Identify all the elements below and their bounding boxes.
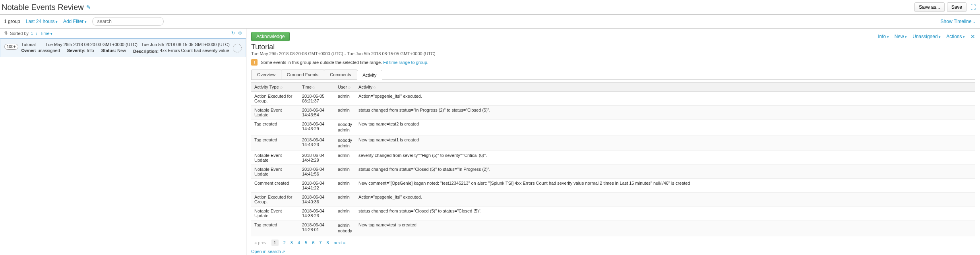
info-dropdown[interactable]: Info [878,34,889,39]
warning-box: ! Some events in this group are outside … [251,59,975,66]
detail-time-range: Tue May 29th 2018 08:20:03 GMT+0000 (UTC… [251,51,975,56]
actions-dropdown[interactable]: Actions [946,34,965,39]
cell: 2018-06-04 14:40:36 [299,193,335,207]
cell: New comment="[OpsGenie] kagan noted: "te… [355,179,975,193]
cell: 2018-06-04 14:43:54 [299,106,335,120]
chevron-down-icon: ⌄ [973,20,976,24]
warning-text: Some events in this group are outside th… [261,60,382,65]
event-time-range: Tue May 29th 2018 08:20:03 GMT+0000 (UTC… [45,42,230,47]
tab-overview[interactable]: Overview [251,70,281,79]
filter-bar: 1 group Last 24 hours Add Filter Show Ti… [0,15,980,29]
cell: New tag name=test is created [355,220,975,236]
cell: Action="opsgenie_itsi" executed. [355,193,975,207]
table-row: Comment created2018-06-04 14:41:22adminN… [251,179,975,193]
table-row: Tag created2018-06-04 14:43:23nobodyadmi… [251,135,975,151]
acknowledge-button[interactable]: Acknowledge [251,32,290,41]
cell: admin [335,179,355,193]
cell: 2018-06-04 14:42:29 [299,151,335,165]
severity-label: Severity: [67,48,85,53]
sort-controls: ⇅ Sorted by 1 ↓ Time [4,31,52,36]
assignee-placeholder-icon[interactable] [233,44,242,52]
save-as-button[interactable]: Save as... [914,2,944,12]
group-count: 1 group [4,19,20,24]
detail-actions: Info New Unassigned Actions ✕ [878,33,975,40]
tab-comments[interactable]: Comments [324,70,357,79]
table-row: Notable Event Update2018-06-04 14:38:23a… [251,207,975,220]
activity-table: Activity Type◇Time◇User◇Activity◇ Action… [251,82,975,236]
cell: 2018-06-05 08:21:37 [299,92,335,106]
cell: adminnobody [335,220,355,236]
sort-direction-icon[interactable]: ↓ [35,31,38,36]
sort-field[interactable]: Time [40,31,53,36]
status-label: Status: [101,48,116,53]
cell: 2018-06-04 14:43:29 [299,120,335,135]
table-row: Notable Event Update2018-06-04 14:43:54a… [251,106,975,120]
refresh-icon[interactable]: ↻ [231,31,235,36]
cell: Tag created [251,120,299,135]
pagination-page-7[interactable]: 7 [319,240,322,245]
tab-grouped-events[interactable]: Grouped Events [281,70,325,79]
filter-right: Show Timeline ⌄ [941,19,976,24]
pagination-page-6[interactable]: 6 [312,240,314,245]
column-header-user[interactable]: User◇ [335,83,355,92]
external-link-icon: ⇗ [282,249,285,254]
owner-dropdown[interactable]: Unassigned [912,34,941,39]
cell: 2018-06-04 14:43:23 [299,135,335,151]
fit-time-range-link[interactable]: Fit time range to group. [383,60,428,65]
cell: admin [335,151,355,165]
tab-activity[interactable]: Activity [357,70,383,80]
expand-icon[interactable]: ⛶ [970,4,976,10]
cell: admin [335,106,355,120]
cell: 2018-06-04 14:41:56 [299,165,335,179]
pagination-next[interactable]: next » [334,240,346,245]
table-row: Tag created2018-06-04 14:43:29nobodyadmi… [251,120,975,135]
show-timeline-link[interactable]: Show Timeline ⌄ [941,19,976,24]
sort-actions: ↻ ⚙ [231,31,242,36]
cell: New tag name=test2 is created [355,120,975,135]
detail-title: Tutorial [251,43,975,51]
page-header: Notable Events Review ✎ Save as... Save … [0,0,980,15]
search-input[interactable] [92,17,164,26]
main-columns: ⇅ Sorted by 1 ↓ Time ↻ ⚙ 100+ Tutorial T… [0,29,980,255]
add-filter-dropdown[interactable]: Add Filter [63,19,87,24]
time-range-picker[interactable]: Last 24 hours [26,19,58,24]
event-header-row: Tutorial Tue May 29th 2018 08:20:03 GMT+… [21,42,230,47]
cell: Notable Event Update [251,165,299,179]
pagination-page-1[interactable]: 1 [271,240,279,246]
owner-label: Owner: [21,48,37,53]
event-title: Tutorial [21,42,36,47]
cell: Tag created [251,135,299,151]
cell: admin [335,193,355,207]
detail-header: Acknowledge Info New Unassigned Actions … [251,32,975,41]
edit-icon[interactable]: ✎ [86,4,91,10]
table-row: Action Executed for Group.2018-06-04 14:… [251,193,975,207]
cell: Action Executed for Group. [251,193,299,207]
cell: Notable Event Update [251,106,299,120]
sort-icon[interactable]: ⇅ [4,31,8,36]
pagination-page-3[interactable]: 3 [291,240,293,245]
column-header-time[interactable]: Time◇ [299,83,335,92]
cell: Notable Event Update [251,207,299,220]
close-icon[interactable]: ✕ [970,33,975,40]
sort-bar: ⇅ Sorted by 1 ↓ Time ↻ ⚙ [0,29,246,38]
cell: 2018-06-04 14:28:01 [299,220,335,236]
pagination-page-4[interactable]: 4 [298,240,300,245]
event-card[interactable]: 100+ Tutorial Tue May 29th 2018 08:20:03… [0,38,246,57]
pagination-page-5[interactable]: 5 [305,240,307,245]
pagination-page-8[interactable]: 8 [326,240,329,245]
pagination-prev[interactable]: « prev [254,240,267,245]
cell: nobodyadmin [335,120,355,135]
column-header-activity-type[interactable]: Activity Type◇ [251,83,299,92]
status-dropdown[interactable]: New [895,34,907,39]
column-header-activity[interactable]: Activity◇ [355,83,975,92]
open-in-search-link[interactable]: Open in search⇗ [251,249,285,254]
tabs: OverviewGrouped EventsCommentsActivity [251,70,975,80]
event-meta-row: Owner: unassigned Severity: Info Status:… [21,48,230,54]
save-button[interactable]: Save [947,2,966,12]
event-body: Tutorial Tue May 29th 2018 08:20:03 GMT+… [21,42,230,54]
gear-icon[interactable]: ⚙ [238,31,242,36]
table-row: Tag created2018-06-04 14:28:01adminnobod… [251,220,975,236]
cell: Notable Event Update [251,151,299,165]
cell: nobodyadmin [335,135,355,151]
pagination-page-2[interactable]: 2 [283,240,286,245]
